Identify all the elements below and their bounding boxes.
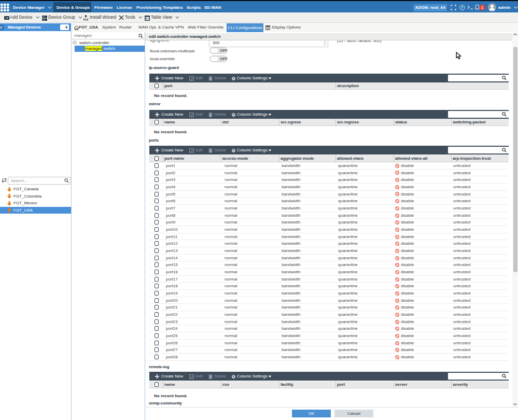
svg-text:?: ? — [461, 6, 463, 9]
